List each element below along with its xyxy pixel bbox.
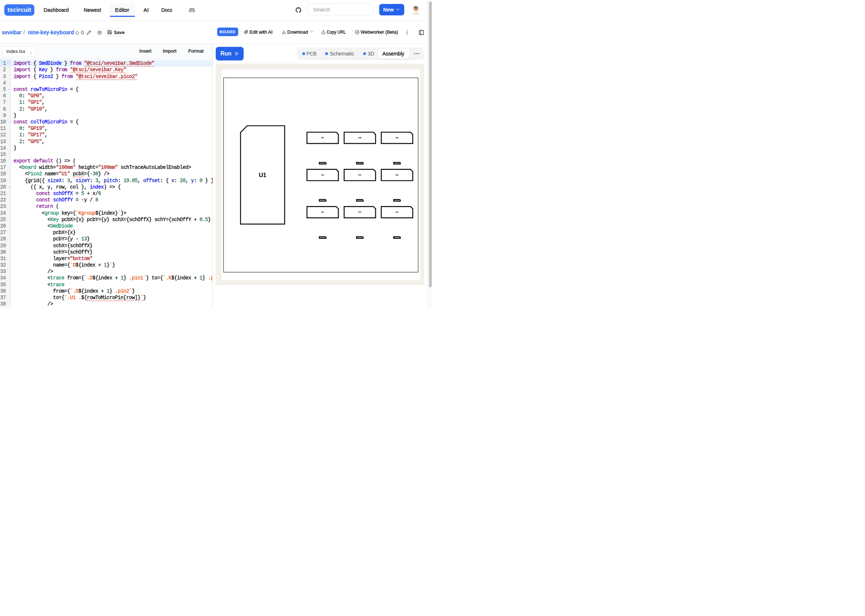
svg-text:U1: U1 (259, 172, 266, 178)
svg-text:K5: K5 (358, 174, 361, 176)
svg-text:K6: K6 (396, 174, 399, 176)
svg-text:K2: K2 (358, 211, 361, 213)
svg-text:K8: K8 (358, 137, 361, 139)
svg-text:K4: K4 (321, 174, 324, 176)
svg-text:K1: K1 (321, 211, 324, 213)
svg-text:K9: K9 (396, 137, 399, 139)
svg-text:K7: K7 (321, 137, 324, 139)
svg-text:K3: K3 (396, 211, 399, 213)
